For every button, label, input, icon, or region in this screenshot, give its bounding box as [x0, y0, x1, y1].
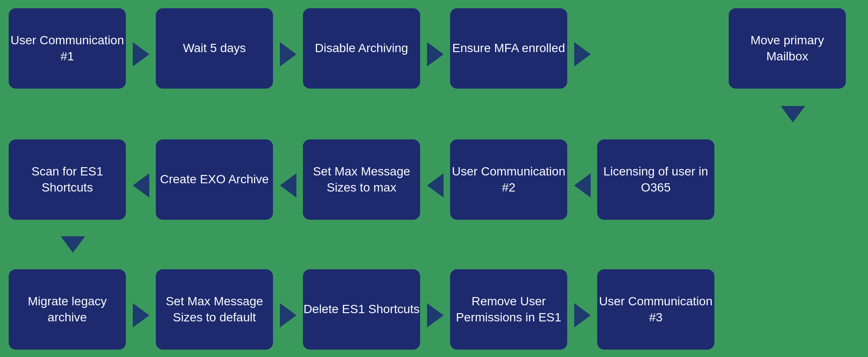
node-create-exo-archive: Create EXO Archive [156, 139, 273, 220]
node-remove-user-permissions: Remove User Permissions in ES1 [450, 269, 567, 350]
arrow-n6-down [61, 221, 85, 268]
arrow-n13-n14 [274, 303, 302, 327]
node-set-max-msg-default: Set Max Message Sizes to default [156, 269, 273, 350]
arrow-n9-n8 [421, 173, 449, 198]
node-scan-es1: Scan for ES1 Shortcuts [9, 139, 126, 220]
node-move-primary-mailbox: Move primary Mailbox [729, 8, 846, 89]
arrow-n14-n15 [421, 303, 449, 327]
arrow-n5-down [781, 89, 805, 139]
node-user-comm-1: User Communication #1 [9, 8, 126, 89]
node-disable-archiving: Disable Archiving [303, 8, 420, 89]
arrow-n4-n5 [568, 42, 596, 66]
arrow-n8-n7 [274, 173, 302, 198]
arrow-n7-n6 [127, 173, 155, 198]
node-user-comm-3: User Communication #3 [597, 269, 714, 350]
arrow-n15-n16 [568, 303, 596, 327]
arrow-n2-n3 [274, 42, 302, 66]
arrow-n10-n9 [568, 173, 596, 198]
node-migrate-legacy-archive: Migrate legacy archive [9, 269, 126, 350]
node-delete-es1-shortcuts: Delete ES1 Shortcuts [303, 269, 420, 350]
node-set-max-msg-sizes-max: Set Max Message Sizes to max [303, 139, 420, 220]
arrow-n12-n13 [127, 303, 155, 327]
arrow-n3-n4 [421, 42, 449, 66]
node-licensing-o365: Licensing of user in O365 [597, 139, 714, 220]
node-user-comm-2: User Communication #2 [450, 139, 567, 220]
flowchart: User Communication #1 Wait 5 days Disabl… [0, 0, 868, 357]
arrow-n1-n2 [127, 42, 155, 66]
node-wait-5-days: Wait 5 days [156, 8, 273, 89]
node-ensure-mfa: Ensure MFA enrolled [450, 8, 567, 89]
